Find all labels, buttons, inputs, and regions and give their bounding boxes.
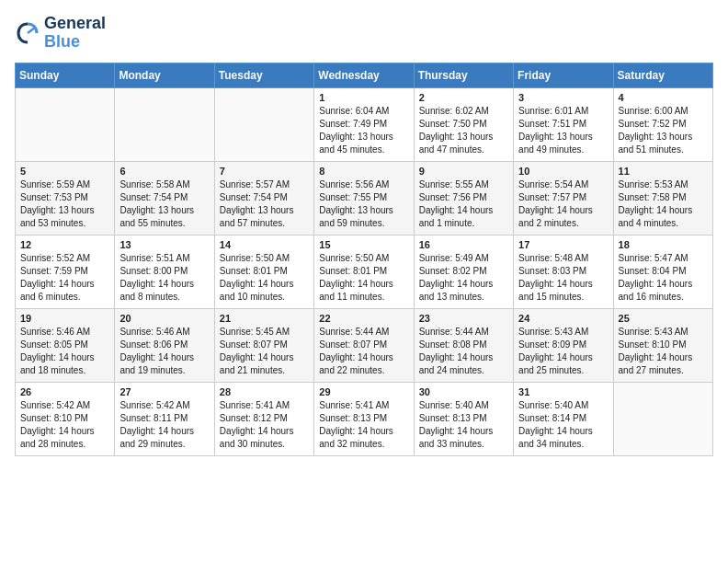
cell-content: Sunrise: 5:53 AM xyxy=(619,178,708,191)
cell-content: and 13 minutes. xyxy=(419,291,508,304)
cell-content: and 27 minutes. xyxy=(619,364,708,377)
calendar-table: SundayMondayTuesdayWednesdayThursdayFrid… xyxy=(15,63,713,456)
cell-content: and 1 minute. xyxy=(419,217,508,230)
cell-content: and 28 minutes. xyxy=(20,438,109,451)
day-number: 8 xyxy=(319,166,408,177)
calendar-cell: 12Sunrise: 5:52 AMSunset: 7:59 PMDayligh… xyxy=(16,235,115,308)
cell-content: Daylight: 14 hours xyxy=(619,204,708,217)
calendar-cell xyxy=(214,87,313,161)
logo: General Blue xyxy=(15,15,106,52)
calendar-cell: 17Sunrise: 5:48 AMSunset: 8:03 PMDayligh… xyxy=(514,235,613,308)
day-number: 9 xyxy=(419,166,508,177)
cell-content: Daylight: 14 hours xyxy=(518,425,608,438)
day-number: 15 xyxy=(319,239,408,250)
cell-content: and 55 minutes. xyxy=(119,217,209,230)
cell-content: Daylight: 14 hours xyxy=(518,278,608,291)
day-number: 24 xyxy=(518,313,608,324)
calendar-cell: 13Sunrise: 5:51 AMSunset: 8:00 PMDayligh… xyxy=(115,235,214,308)
cell-content: Daylight: 14 hours xyxy=(319,351,408,364)
calendar-cell: 8Sunrise: 5:56 AMSunset: 7:55 PMDaylight… xyxy=(314,161,414,235)
cell-content: and 11 minutes. xyxy=(319,291,408,304)
calendar-cell: 3Sunrise: 6:01 AMSunset: 7:51 PMDaylight… xyxy=(514,87,613,161)
calendar-week-2: 5Sunrise: 5:59 AMSunset: 7:53 PMDaylight… xyxy=(16,161,713,235)
cell-content: Daylight: 14 hours xyxy=(619,351,708,364)
cell-content: and 30 minutes. xyxy=(220,438,309,451)
calendar-cell: 6Sunrise: 5:58 AMSunset: 7:54 PMDaylight… xyxy=(115,161,214,235)
page-header: General Blue xyxy=(15,15,713,52)
cell-content: Daylight: 14 hours xyxy=(619,278,708,291)
cell-content: Sunset: 8:08 PM xyxy=(419,339,508,351)
cell-content: Sunset: 8:09 PM xyxy=(518,339,608,351)
cell-content: Sunrise: 5:48 AM xyxy=(518,252,608,265)
cell-content: Sunrise: 6:01 AM xyxy=(518,105,608,118)
cell-content: Sunset: 7:50 PM xyxy=(419,118,508,131)
weekday-header-thursday: Thursday xyxy=(414,63,513,87)
cell-content: and 19 minutes. xyxy=(119,364,209,377)
day-number: 10 xyxy=(518,166,608,177)
cell-content: Sunrise: 6:04 AM xyxy=(319,105,408,118)
cell-content: Sunrise: 5:58 AM xyxy=(119,178,209,191)
cell-content: Daylight: 14 hours xyxy=(319,425,408,438)
day-number: 14 xyxy=(220,239,309,250)
cell-content: Sunset: 8:11 PM xyxy=(119,412,209,425)
cell-content: Sunrise: 5:44 AM xyxy=(319,326,408,339)
calendar-cell: 31Sunrise: 5:40 AMSunset: 8:14 PMDayligh… xyxy=(514,382,613,455)
cell-content: and 45 minutes. xyxy=(319,144,408,156)
weekday-header-tuesday: Tuesday xyxy=(214,63,313,87)
cell-content: Sunset: 7:51 PM xyxy=(518,118,608,131)
calendar-week-3: 12Sunrise: 5:52 AMSunset: 7:59 PMDayligh… xyxy=(16,235,713,308)
calendar-cell xyxy=(613,382,712,455)
calendar-week-4: 19Sunrise: 5:46 AMSunset: 8:05 PMDayligh… xyxy=(16,308,713,382)
day-number: 17 xyxy=(518,239,608,250)
calendar-week-1: 1Sunrise: 6:04 AMSunset: 7:49 PMDaylight… xyxy=(16,87,713,161)
cell-content: Sunset: 7:49 PM xyxy=(319,118,408,131)
cell-content: Sunset: 7:54 PM xyxy=(220,191,309,204)
day-number: 13 xyxy=(119,239,209,250)
cell-content: Sunrise: 5:50 AM xyxy=(319,252,408,265)
cell-content: and 57 minutes. xyxy=(220,217,309,230)
cell-content: Daylight: 13 hours xyxy=(319,131,408,144)
cell-content: Sunset: 8:10 PM xyxy=(20,412,109,425)
calendar-cell: 9Sunrise: 5:55 AMSunset: 7:56 PMDaylight… xyxy=(414,161,513,235)
cell-content: Daylight: 13 hours xyxy=(20,204,109,217)
cell-content: Sunrise: 5:42 AM xyxy=(20,399,109,412)
cell-content: Sunrise: 5:41 AM xyxy=(220,399,309,412)
day-number: 19 xyxy=(20,313,109,324)
cell-content: Sunrise: 5:46 AM xyxy=(20,326,109,339)
day-number: 16 xyxy=(419,239,508,250)
calendar-cell: 20Sunrise: 5:46 AMSunset: 8:06 PMDayligh… xyxy=(115,308,214,382)
cell-content: Sunrise: 5:59 AM xyxy=(20,178,109,191)
cell-content: Sunrise: 5:41 AM xyxy=(319,399,408,412)
cell-content: Sunset: 8:03 PM xyxy=(518,265,608,278)
cell-content: Daylight: 14 hours xyxy=(518,204,608,217)
cell-content: Daylight: 14 hours xyxy=(220,351,309,364)
cell-content: Daylight: 14 hours xyxy=(20,278,109,291)
cell-content: Sunset: 7:54 PM xyxy=(119,191,209,204)
calendar-cell: 27Sunrise: 5:42 AMSunset: 8:11 PMDayligh… xyxy=(115,382,214,455)
cell-content: Sunset: 8:12 PM xyxy=(220,412,309,425)
day-number: 3 xyxy=(518,92,608,103)
cell-content: and 8 minutes. xyxy=(119,291,209,304)
cell-content: Daylight: 13 hours xyxy=(119,204,209,217)
weekday-header-wednesday: Wednesday xyxy=(314,63,414,87)
cell-content: Daylight: 13 hours xyxy=(220,204,309,217)
cell-content: Daylight: 14 hours xyxy=(20,425,109,438)
cell-content: and 10 minutes. xyxy=(220,291,309,304)
cell-content: Sunrise: 6:00 AM xyxy=(619,105,708,118)
cell-content: and 22 minutes. xyxy=(319,364,408,377)
cell-content: Daylight: 13 hours xyxy=(619,131,708,144)
day-number: 31 xyxy=(518,386,608,397)
cell-content: Sunset: 8:06 PM xyxy=(119,339,209,351)
cell-content: Daylight: 14 hours xyxy=(220,425,309,438)
cell-content: and 29 minutes. xyxy=(119,438,209,451)
cell-content: Sunset: 7:57 PM xyxy=(518,191,608,204)
calendar-cell: 19Sunrise: 5:46 AMSunset: 8:05 PMDayligh… xyxy=(16,308,115,382)
day-number: 28 xyxy=(220,386,309,397)
cell-content: Sunset: 8:02 PM xyxy=(419,265,508,278)
calendar-cell: 26Sunrise: 5:42 AMSunset: 8:10 PMDayligh… xyxy=(16,382,115,455)
day-number: 5 xyxy=(20,166,109,177)
cell-content: and 59 minutes. xyxy=(319,217,408,230)
calendar-cell: 23Sunrise: 5:44 AMSunset: 8:08 PMDayligh… xyxy=(414,308,513,382)
day-number: 27 xyxy=(119,386,209,397)
cell-content: Sunrise: 5:40 AM xyxy=(518,399,608,412)
